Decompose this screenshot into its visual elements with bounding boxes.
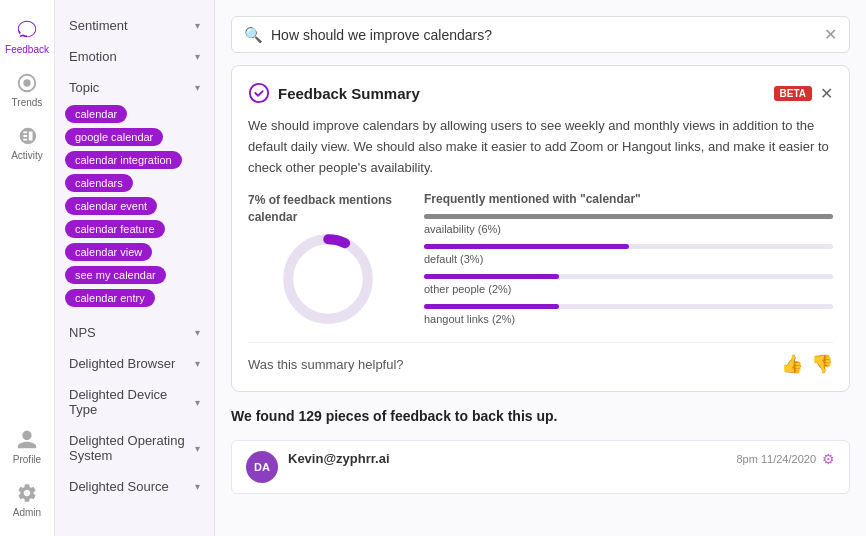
- chevron-down-icon: ▾: [195, 20, 200, 31]
- bar-label-availability: availability (6%): [424, 223, 501, 235]
- topic-tags: calendar google calendar calendar integr…: [55, 101, 214, 315]
- source-icon: ⚙: [822, 451, 835, 467]
- search-bar: 🔍 ✕: [231, 16, 850, 53]
- beta-badge: BETA: [774, 86, 812, 101]
- tag-calendar[interactable]: calendar: [65, 105, 127, 123]
- summary-text: We should improve calendars by allowing …: [248, 116, 833, 178]
- clear-search-icon[interactable]: ✕: [824, 25, 837, 44]
- bars-section: Frequently mentioned with "calendar" ava…: [424, 192, 833, 334]
- tag-calendar-view[interactable]: calendar view: [65, 243, 152, 261]
- chevron-down-icon: ▾: [195, 443, 200, 454]
- nav-feedback[interactable]: Feedback: [0, 10, 54, 63]
- sidebar-header-delighted-os[interactable]: Delighted Operating System ▾: [55, 427, 214, 469]
- bar-availability: availability (6%): [424, 214, 833, 236]
- profile-icon: [15, 428, 39, 452]
- close-summary-button[interactable]: ✕: [820, 84, 833, 103]
- chevron-down-icon: ▾: [195, 327, 200, 338]
- bar-default: default (3%): [424, 244, 833, 266]
- sidebar-header-sentiment[interactable]: Sentiment ▾: [55, 12, 214, 39]
- nav-admin-label: Admin: [13, 507, 41, 518]
- tag-calendar-feature[interactable]: calendar feature: [65, 220, 165, 238]
- nav-trends-label: Trends: [12, 97, 43, 108]
- summary-title: Feedback Summary: [248, 82, 420, 104]
- tag-calendars[interactable]: calendars: [65, 174, 133, 192]
- activity-icon: [15, 124, 39, 148]
- sidebar-section-delighted-device: Delighted Device Type ▾: [55, 381, 214, 423]
- stats-section: 7% of feedback mentions calendar Frequen…: [248, 192, 833, 334]
- helpful-actions: 👍 👎: [781, 353, 833, 375]
- avatar: DA: [246, 451, 278, 483]
- admin-icon: [15, 481, 39, 505]
- feedback-item: DA Kevin@zyphrr.ai 8pm 11/24/2020 ⚙: [231, 440, 850, 494]
- sidebar-header-delighted-source[interactable]: Delighted Source ▾: [55, 473, 214, 500]
- sidebar-header-emotion[interactable]: Emotion ▾: [55, 43, 214, 70]
- search-icon: 🔍: [244, 26, 263, 44]
- sidebar-nps-label: NPS: [69, 325, 96, 340]
- donut-section: 7% of feedback mentions calendar: [248, 192, 408, 324]
- nav-admin[interactable]: Admin: [0, 473, 54, 526]
- sidebar-delighted-source-label: Delighted Source: [69, 479, 169, 494]
- sidebar-delighted-browser-label: Delighted Browser: [69, 356, 175, 371]
- sidebar-section-delighted-source: Delighted Source ▾: [55, 473, 214, 500]
- bar-label-other-people: other people (2%): [424, 283, 511, 295]
- feedback-timestamp: 8pm 11/24/2020: [736, 453, 816, 465]
- bar-label-default: default (3%): [424, 253, 483, 265]
- sidebar-sentiment-label: Sentiment: [69, 18, 128, 33]
- thumbs-up-button[interactable]: 👍: [781, 353, 803, 375]
- chevron-down-icon: ▾: [195, 481, 200, 492]
- summary-title-text: Feedback Summary: [278, 85, 420, 102]
- feedback-user: Kevin@zyphrr.ai: [288, 451, 726, 466]
- tag-calendar-integration[interactable]: calendar integration: [65, 151, 182, 169]
- search-input[interactable]: [271, 27, 816, 43]
- feedback-user-name: Kevin@zyphrr.ai: [288, 451, 390, 466]
- left-navigation: Feedback Trends Activity Profile Admin: [0, 0, 55, 536]
- sidebar-delighted-device-label: Delighted Device Type: [69, 387, 195, 417]
- avatar-initials: DA: [254, 461, 270, 473]
- summary-title-icon: [248, 82, 270, 104]
- feedback-count: We found 129 pieces of feedback to back …: [231, 404, 850, 428]
- bar-label-hangout-links: hangout links (2%): [424, 313, 515, 325]
- summary-actions: BETA ✕: [774, 84, 833, 103]
- nav-profile-label: Profile: [13, 454, 41, 465]
- svg-point-1: [23, 79, 30, 86]
- main-content: 🔍 ✕ Feedback Summary BETA ✕ We should im…: [215, 0, 866, 536]
- helpful-question: Was this summary helpful?: [248, 357, 404, 372]
- donut-chart: [283, 234, 373, 324]
- thumbs-down-button[interactable]: 👎: [811, 353, 833, 375]
- bar-other-people: other people (2%): [424, 274, 833, 296]
- tag-calendar-event[interactable]: calendar event: [65, 197, 157, 215]
- sidebar-header-delighted-device[interactable]: Delighted Device Type ▾: [55, 381, 214, 423]
- feedback-meta: 8pm 11/24/2020 ⚙: [736, 451, 835, 467]
- sidebar-header-delighted-browser[interactable]: Delighted Browser ▾: [55, 350, 214, 377]
- tag-calendar-entry[interactable]: calendar entry: [65, 289, 155, 307]
- chevron-down-icon: ▾: [195, 397, 200, 408]
- sidebar-section-topic: Topic ▾ calendar google calendar calenda…: [55, 74, 214, 315]
- sidebar-emotion-label: Emotion: [69, 49, 117, 64]
- nav-profile[interactable]: Profile: [0, 420, 54, 473]
- trends-icon: [15, 71, 39, 95]
- nav-feedback-label: Feedback: [5, 44, 49, 55]
- sidebar-section-emotion: Emotion ▾: [55, 43, 214, 70]
- svg-point-3: [288, 239, 368, 319]
- feedback-summary-card: Feedback Summary BETA ✕ We should improv…: [231, 65, 850, 392]
- donut-label: 7% of feedback mentions calendar: [248, 192, 408, 226]
- sidebar-header-topic[interactable]: Topic ▾: [55, 74, 214, 101]
- tag-google-calendar[interactable]: google calendar: [65, 128, 163, 146]
- sidebar-delighted-os-label: Delighted Operating System: [69, 433, 195, 463]
- chevron-up-icon: ▾: [195, 82, 200, 93]
- sidebar-header-nps[interactable]: NPS ▾: [55, 319, 214, 346]
- sidebar-section-delighted-os: Delighted Operating System ▾: [55, 427, 214, 469]
- sidebar-section-delighted-browser: Delighted Browser ▾: [55, 350, 214, 377]
- sidebar: Sentiment ▾ Emotion ▾ Topic ▾ calendar g…: [55, 0, 215, 536]
- helpful-row: Was this summary helpful? 👍 👎: [248, 342, 833, 375]
- nav-activity-label: Activity: [11, 150, 43, 161]
- bars-title: Frequently mentioned with "calendar": [424, 192, 833, 206]
- summary-header: Feedback Summary BETA ✕: [248, 82, 833, 104]
- sidebar-section-sentiment: Sentiment ▾: [55, 12, 214, 39]
- chevron-down-icon: ▾: [195, 358, 200, 369]
- nav-activity[interactable]: Activity: [0, 116, 54, 169]
- bar-hangout-links: hangout links (2%): [424, 304, 833, 326]
- tag-see-my-calendar[interactable]: see my calendar: [65, 266, 166, 284]
- nav-trends[interactable]: Trends: [0, 63, 54, 116]
- chevron-down-icon: ▾: [195, 51, 200, 62]
